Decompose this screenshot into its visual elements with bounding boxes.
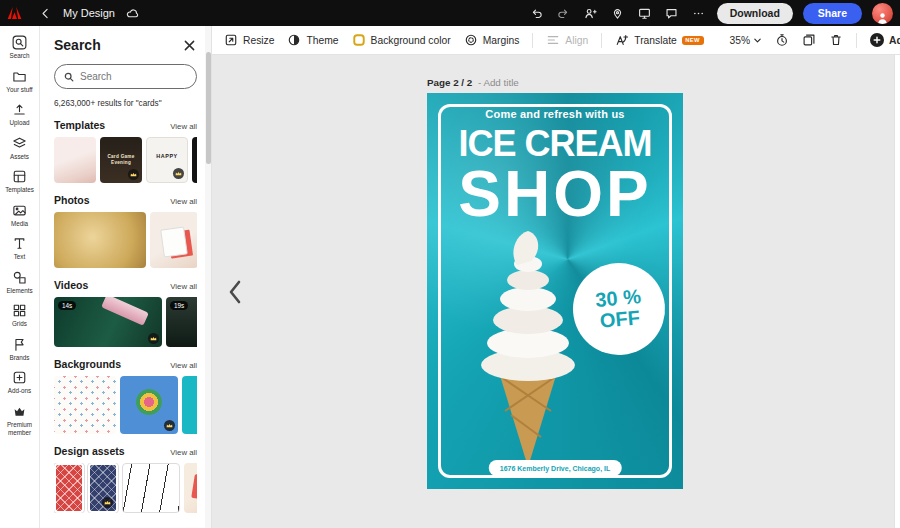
margins-icon xyxy=(464,33,478,47)
sidebar-item-brands[interactable]: Brands xyxy=(0,333,40,367)
present-button[interactable] xyxy=(636,5,653,22)
video-duration-badge: 14s xyxy=(58,301,76,310)
resize-button[interactable]: Resize xyxy=(224,33,274,47)
sidebar-item-search[interactable]: Search xyxy=(0,31,40,65)
photos-section: Photos View all xyxy=(54,194,197,268)
toolbar-divider xyxy=(601,33,602,48)
delete-page-button[interactable] xyxy=(829,33,843,47)
adobe-logo[interactable] xyxy=(0,0,28,26)
translate-button[interactable]: Translate NEW xyxy=(615,33,703,47)
add-ons-icon xyxy=(12,370,27,385)
design-asset-thumbnail[interactable] xyxy=(88,463,118,513)
translate-icon xyxy=(615,33,629,47)
sidebar-item-media[interactable]: Media xyxy=(0,199,40,233)
close-panel-button[interactable] xyxy=(182,38,197,53)
sidebar-item-premium[interactable]: Premium member xyxy=(0,400,40,441)
pages-button[interactable] xyxy=(802,33,816,47)
search-panel: Search 6,263,000+ results for "cards" Te… xyxy=(40,26,212,528)
address-pill[interactable]: 1676 Kemberly Drive, Chicago, IL xyxy=(489,460,622,476)
toolbar-divider xyxy=(532,33,533,48)
add-button[interactable]: Add xyxy=(870,33,900,47)
design-canvas-page[interactable]: Come and refresh with us ICE CREAM SHOP xyxy=(427,93,683,489)
account-avatar[interactable] xyxy=(872,3,893,24)
backgrounds-view-all-link[interactable]: View all xyxy=(170,361,197,370)
panel-scrollbar[interactable] xyxy=(206,52,211,164)
margins-button[interactable]: Margins xyxy=(464,33,520,47)
results-count: 6,263,000+ results for "cards" xyxy=(54,99,197,108)
canvas-scrollbar-track[interactable] xyxy=(894,55,900,528)
share-button[interactable]: Share xyxy=(803,3,862,24)
background-color-button[interactable]: Background color xyxy=(352,33,451,47)
background-thumbnail[interactable] xyxy=(182,376,197,434)
back-button[interactable] xyxy=(37,5,54,22)
photos-view-all-link[interactable]: View all xyxy=(170,197,197,206)
person-icon xyxy=(876,11,889,24)
upload-icon xyxy=(12,102,27,117)
canvas-toolbar: Resize Theme Background color Margins xyxy=(212,26,900,55)
poster-title-line2[interactable]: SHOP xyxy=(427,164,683,225)
sidebar-item-upload[interactable]: Upload xyxy=(0,98,40,132)
search-input[interactable] xyxy=(80,71,187,82)
chevron-left-icon xyxy=(226,279,244,305)
sidebar-item-elements[interactable]: Elements xyxy=(0,266,40,300)
photo-thumbnail[interactable] xyxy=(150,212,197,268)
zoom-control[interactable]: 35% xyxy=(730,35,763,46)
design-assets-view-all-link[interactable]: View all xyxy=(170,448,197,457)
invite-button[interactable] xyxy=(582,5,599,22)
download-button[interactable]: Download xyxy=(717,3,793,24)
text-icon xyxy=(12,236,27,251)
add-title-hint[interactable]: - Add title xyxy=(478,77,519,88)
theme-icon xyxy=(287,33,301,47)
design-asset-thumbnail[interactable] xyxy=(184,463,197,513)
more-options-button[interactable] xyxy=(690,5,707,22)
folder-icon xyxy=(12,69,27,84)
sidebar-item-templates[interactable]: Templates xyxy=(0,165,40,199)
layers-icon xyxy=(12,136,27,151)
comment-icon xyxy=(665,7,678,20)
video-thumbnail[interactable]: 19s xyxy=(166,297,197,347)
video-thumbnail[interactable]: 14s xyxy=(54,297,162,347)
magnifier-icon xyxy=(64,72,74,82)
template-thumbnail[interactable] xyxy=(54,137,96,183)
timer-button[interactable] xyxy=(775,33,789,47)
ice-cream-image[interactable] xyxy=(443,219,613,475)
location-pin-icon xyxy=(611,7,624,20)
sidebar-item-add-ons[interactable]: Add-ons xyxy=(0,366,40,400)
search-box[interactable] xyxy=(54,64,197,89)
poster-tagline[interactable]: Come and refresh with us xyxy=(427,108,683,120)
templates-view-all-link[interactable]: View all xyxy=(170,122,197,131)
align-button[interactable]: Align xyxy=(546,33,588,47)
resize-icon xyxy=(224,33,238,47)
template-thumbnail[interactable] xyxy=(192,137,197,183)
grid-icon xyxy=(12,303,27,318)
templates-icon xyxy=(12,169,27,184)
previous-page-button[interactable] xyxy=(224,277,246,310)
background-color-swatch-icon xyxy=(352,33,366,47)
template-thumbnail[interactable]: HAPPY xyxy=(146,137,188,183)
undo-button[interactable] xyxy=(528,5,545,22)
design-asset-thumbnail[interactable] xyxy=(54,463,84,513)
undo-icon xyxy=(530,7,543,20)
sidebar-item-assets[interactable]: Assets xyxy=(0,132,40,166)
sidebar-item-text[interactable]: Text xyxy=(0,232,40,266)
document-title[interactable]: My Design xyxy=(63,7,115,19)
background-thumbnail[interactable] xyxy=(120,376,178,434)
videos-view-all-link[interactable]: View all xyxy=(170,282,197,291)
location-button[interactable] xyxy=(609,5,626,22)
chevron-left-icon xyxy=(39,7,52,20)
poster-title-line1[interactable]: ICE CREAM xyxy=(427,126,683,162)
comment-button[interactable] xyxy=(663,5,680,22)
canvas-workspace[interactable]: Page 2 / 2 - Add title Come and refresh … xyxy=(212,55,900,528)
sidebar-item-your-stuff[interactable]: Your stuff xyxy=(0,65,40,99)
theme-button[interactable]: Theme xyxy=(287,33,338,47)
image-icon xyxy=(12,203,27,218)
background-thumbnail[interactable] xyxy=(54,376,116,434)
sidebar-item-grids[interactable]: Grids xyxy=(0,299,40,333)
photo-thumbnail[interactable] xyxy=(54,212,146,268)
design-asset-thumbnail[interactable] xyxy=(122,463,180,513)
redo-button[interactable] xyxy=(555,5,572,22)
chevron-down-icon xyxy=(753,36,762,45)
flag-icon xyxy=(12,337,27,352)
template-thumbnail[interactable]: Card Game Evening xyxy=(100,137,142,183)
premium-crown-icon xyxy=(148,333,159,344)
